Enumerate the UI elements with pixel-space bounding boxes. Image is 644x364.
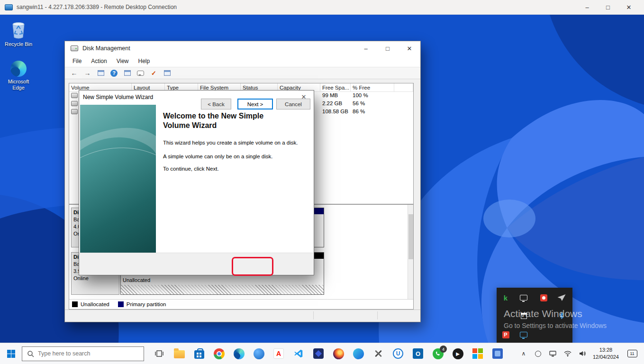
pct-free-cell: 100 %: [353, 92, 368, 98]
blue-app-icon: [254, 348, 264, 359]
legend: Unallocated Primary partition: [69, 299, 413, 309]
tools-icon: [373, 348, 383, 359]
microsoft-store-button[interactable]: [193, 348, 205, 359]
show-hidden-icons-chevron[interactable]: ∧: [519, 350, 528, 357]
red-app-tray-icon[interactable]: [538, 292, 549, 303]
whatsapp-button[interactable]: 4: [432, 348, 444, 359]
free-space-cell: 108.58 GB: [322, 109, 348, 114]
disk-management-titlebar[interactable]: Disk Management – □ ✕: [65, 41, 420, 55]
media-player-button[interactable]: ▶: [452, 348, 463, 359]
bluetooth-tray-icon[interactable]: [556, 310, 567, 321]
edge-icon: [10, 61, 27, 77]
maximize-icon[interactable]: □: [377, 41, 399, 55]
rdp-minimize-icon[interactable]: –: [577, 0, 598, 15]
teal-app-icon: [353, 348, 364, 359]
outlook-button[interactable]: O: [412, 348, 424, 359]
folder-icon: [174, 350, 185, 358]
microsoft-365-button[interactable]: [472, 348, 483, 359]
vscode-button[interactable]: [293, 348, 304, 359]
desktop: Recycle Bin Microsoft Edge Disk Manageme…: [0, 15, 644, 343]
legend-swatch-unallocated: [72, 301, 78, 307]
graph-scrollbar[interactable]: [408, 205, 413, 300]
microsoft-grid-icon: [472, 348, 483, 359]
wizard-title: New Simple Volume Wizard: [83, 94, 153, 100]
col-pct-free[interactable]: % Free: [351, 83, 394, 91]
back-icon[interactable]: ←: [69, 68, 80, 78]
col-free-space[interactable]: Free Spa...: [320, 83, 351, 91]
p-app-tray-icon[interactable]: P: [500, 329, 511, 340]
check-task-icon[interactable]: ✓: [148, 68, 159, 78]
wifi-icon[interactable]: [563, 350, 572, 357]
volume-icon: [71, 109, 78, 114]
taskbar-search[interactable]: [22, 346, 144, 361]
back-button[interactable]: < Back: [201, 99, 231, 109]
rdp-icon: [5, 4, 13, 10]
help-icon[interactable]: ?: [109, 68, 119, 78]
comment-icon[interactable]: [135, 68, 146, 78]
pct-free-cell: 86 %: [353, 109, 365, 114]
desktop-icon-label: Microsoft Edge: [3, 79, 34, 91]
teams-button[interactable]: [492, 348, 503, 359]
rdp-maximize-icon[interactable]: □: [598, 0, 618, 15]
taskbar: A U O 4 ▶: [0, 343, 644, 364]
wizard-heading: Welcome to the New Simple Volume Wizard: [163, 111, 279, 130]
cancel-button[interactable]: Cancel: [276, 99, 310, 109]
navy-app-button[interactable]: [313, 348, 324, 359]
update-tray-icon[interactable]: [534, 351, 543, 357]
ultraviewer-button[interactable]: U: [392, 348, 404, 359]
wizard-artwork: [80, 105, 156, 254]
report-icon[interactable]: [162, 68, 172, 78]
menu-file[interactable]: File: [68, 58, 86, 64]
list-view-icon[interactable]: [95, 68, 106, 78]
detail-view-icon[interactable]: [122, 68, 133, 78]
wizard-text-line: A simple volume can only be on a single …: [163, 154, 308, 159]
graph-scrollbar-thumb[interactable]: [408, 214, 413, 259]
volume-icon: [71, 101, 78, 106]
volume-icon[interactable]: [578, 350, 587, 357]
start-button[interactable]: [0, 343, 22, 364]
kite-tray-icon[interactable]: k: [500, 292, 511, 303]
desktop-icon-microsoft-edge[interactable]: Microsoft Edge: [3, 61, 34, 91]
taskbar-clock[interactable]: 13:28 12/04/2024: [593, 346, 619, 361]
new-simple-volume-wizard: New Simple Volume Wizard ✕ Welcome to th…: [79, 90, 314, 275]
legend-swatch-primary: [118, 301, 124, 307]
firefox-button[interactable]: [333, 348, 344, 359]
next-button[interactable]: Next >: [237, 99, 273, 109]
wizard-text-line: This wizard helps you create a simple vo…: [163, 140, 308, 146]
desktop-icon-label: Recycle Bin: [5, 41, 32, 47]
notification-count-icon: 11: [627, 350, 637, 357]
tools-button[interactable]: [372, 348, 384, 359]
ethernet-icon[interactable]: [549, 351, 557, 357]
task-view-button[interactable]: [154, 348, 165, 359]
teams-icon: [492, 348, 503, 359]
wizard-text-line: To continue, click Next.: [163, 166, 308, 172]
rdp-close-icon[interactable]: ✕: [618, 0, 639, 15]
window-tray-icon[interactable]: [518, 310, 529, 321]
blue-app-button[interactable]: [253, 348, 264, 359]
close-icon[interactable]: ✕: [399, 41, 420, 55]
display-tray-icon[interactable]: [518, 292, 529, 303]
recycle-bin-icon: [10, 20, 27, 39]
menu-view[interactable]: View: [112, 58, 134, 64]
blue-display-tray-icon[interactable]: [518, 329, 529, 340]
teal-app-button[interactable]: [353, 348, 364, 359]
legend-label: Primary partition: [127, 301, 166, 307]
edge-button[interactable]: [233, 348, 245, 359]
forward-icon[interactable]: →: [82, 68, 93, 78]
menu-help[interactable]: Help: [134, 58, 155, 64]
system-tray: ∧ 13:28 12/04/2024 11: [519, 346, 644, 361]
action-center-button[interactable]: 11: [625, 350, 639, 357]
file-explorer-button[interactable]: [173, 348, 185, 359]
free-space-cell: 2.22 GB: [322, 100, 342, 106]
window-controls: – □ ✕: [355, 41, 420, 55]
search-input[interactable]: [38, 350, 130, 357]
toolbar: ← → ? ✓: [65, 67, 420, 79]
acrobat-button[interactable]: A: [273, 348, 284, 359]
chrome-button[interactable]: [213, 348, 225, 359]
legend-primary-partition: Primary partition: [118, 301, 166, 307]
desktop-icon-recycle-bin[interactable]: Recycle Bin: [3, 20, 34, 47]
menu-action[interactable]: Action: [86, 58, 111, 64]
plane-tray-icon[interactable]: [556, 292, 567, 303]
minimize-icon[interactable]: –: [355, 41, 377, 55]
screen: sangwin11 - 4.227.178.206:3389 - Remote …: [0, 0, 644, 364]
